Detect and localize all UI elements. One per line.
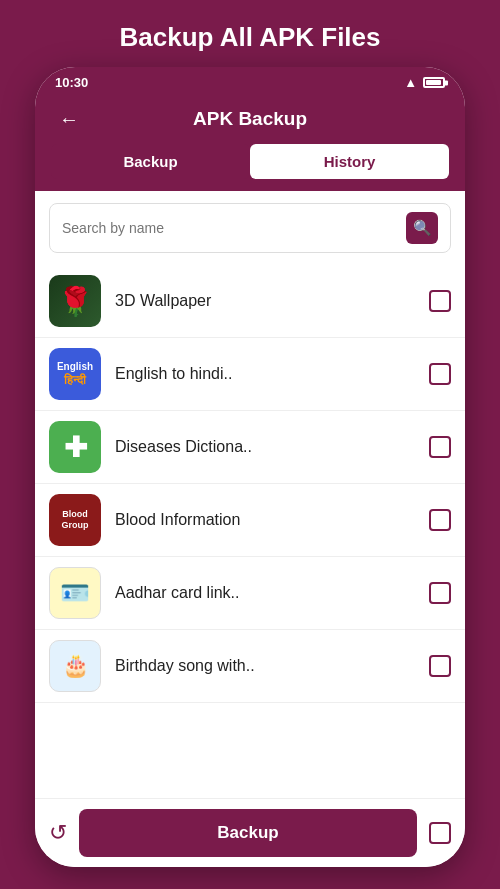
app-icon-birthday: 🎂 xyxy=(49,640,101,692)
checkbox-birthday[interactable] xyxy=(429,655,451,677)
app-icon-blood: BloodGroup xyxy=(49,494,101,546)
checkbox-english[interactable] xyxy=(429,363,451,385)
content-area: 🔍 🌹 3D Wallpaper English हिन्दी xyxy=(35,191,465,798)
status-time: 10:30 xyxy=(55,75,88,90)
tab-history[interactable]: History xyxy=(250,144,449,179)
search-icon: 🔍 xyxy=(413,219,432,237)
search-bar: 🔍 xyxy=(49,203,451,253)
app-name: Blood Information xyxy=(115,511,415,529)
bottom-bar: ↺ Backup xyxy=(35,798,465,867)
checkbox-3d-wallpaper[interactable] xyxy=(429,290,451,312)
list-item: 🌹 3D Wallpaper xyxy=(35,265,465,338)
app-icon-disease: ✚ xyxy=(49,421,101,473)
list-item: 🎂 Birthday song with.. xyxy=(35,630,465,703)
battery-icon xyxy=(423,77,445,88)
app-icon-aadhar: 🪪 xyxy=(49,567,101,619)
checkbox-aadhar[interactable] xyxy=(429,582,451,604)
app-name: Birthday song with.. xyxy=(115,657,415,675)
checkbox-disease[interactable] xyxy=(429,436,451,458)
app-list: 🌹 3D Wallpaper English हिन्दी English to… xyxy=(35,265,465,798)
app-icon-3d-wallpaper: 🌹 xyxy=(49,275,101,327)
tab-bar: Backup History xyxy=(35,144,465,191)
app-name: Aadhar card link.. xyxy=(115,584,415,602)
app-name: 3D Wallpaper xyxy=(115,292,415,310)
bottom-checkbox[interactable] xyxy=(429,822,451,844)
refresh-icon[interactable]: ↺ xyxy=(49,820,67,846)
backup-button[interactable]: Backup xyxy=(79,809,417,857)
header: ← APK Backup xyxy=(35,98,465,144)
app-name: English to hindi.. xyxy=(115,365,415,383)
wifi-icon: ▲ xyxy=(404,75,417,90)
search-input[interactable] xyxy=(62,220,398,236)
phone-frame: 10:30 ▲ ← APK Backup Backup History 🔍 🌹 xyxy=(35,67,465,867)
checkbox-blood[interactable] xyxy=(429,509,451,531)
list-item: ✚ Diseases Dictiona.. xyxy=(35,411,465,484)
status-bar: 10:30 ▲ xyxy=(35,67,465,98)
list-item: English हिन्दी English to hindi.. xyxy=(35,338,465,411)
status-icons: ▲ xyxy=(404,75,445,90)
search-button[interactable]: 🔍 xyxy=(406,212,438,244)
list-item: 🪪 Aadhar card link.. xyxy=(35,557,465,630)
tab-backup[interactable]: Backup xyxy=(51,144,250,179)
header-title: APK Backup xyxy=(193,108,307,130)
list-item: BloodGroup Blood Information xyxy=(35,484,465,557)
app-name: Diseases Dictiona.. xyxy=(115,438,415,456)
back-button[interactable]: ← xyxy=(51,104,87,135)
page-title: Backup All APK Files xyxy=(99,0,400,67)
app-icon-english: English हिन्दी xyxy=(49,348,101,400)
